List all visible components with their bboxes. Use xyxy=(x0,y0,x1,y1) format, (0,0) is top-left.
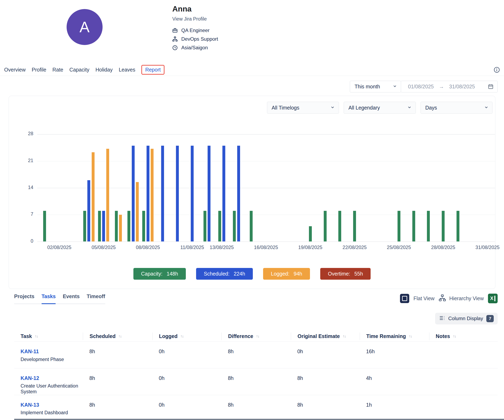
chart-bar-capacity xyxy=(427,211,430,242)
gridline xyxy=(37,161,495,161)
notes-value xyxy=(429,395,498,420)
period-select-value: This month xyxy=(354,84,380,90)
column-header-task[interactable]: Task ↑↓ xyxy=(14,332,83,340)
date-to-input[interactable]: 31/08/2025 xyxy=(449,84,475,90)
chart-bar-capacity xyxy=(456,211,459,242)
nav-item-profile[interactable]: Profile xyxy=(32,67,46,73)
gridline xyxy=(37,134,495,135)
legendary-select[interactable]: All Legendary xyxy=(344,102,416,114)
chart-bar-scheduled xyxy=(176,146,179,242)
legend-label: Logged: xyxy=(271,271,289,277)
chevron-down-icon xyxy=(393,84,397,90)
column-header-time-remaining[interactable]: Time Remaining ↑↓ xyxy=(360,332,429,340)
column-header-logged[interactable]: Logged ↑↓ xyxy=(152,332,221,340)
chevron-down-icon xyxy=(330,105,335,111)
legend-label: Scheduled: xyxy=(204,271,230,277)
chevron-down-icon xyxy=(484,105,489,111)
sort-icon[interactable]: ↑↓ xyxy=(256,334,259,338)
original-estimate-value: 8h xyxy=(291,395,360,420)
column-label: Original Estimate xyxy=(297,333,340,339)
legend-label: Overtime: xyxy=(328,271,350,277)
chart-plot: 0714212802/08/202505/08/202508/08/202511… xyxy=(37,134,495,242)
sort-icon[interactable]: ↑↓ xyxy=(409,334,412,338)
hierarchy-view-button[interactable]: Hierarchy View xyxy=(439,294,484,303)
calendar-icon[interactable] xyxy=(488,84,493,89)
nav-item-overview[interactable]: Overview xyxy=(4,67,25,73)
chart-bar-capacity xyxy=(309,226,312,242)
x-axis-label: 05/08/2025 xyxy=(83,245,124,250)
legend-capacity-button[interactable]: Capacity: 148h xyxy=(133,268,186,280)
logged-value: 0h xyxy=(152,342,221,368)
chart-bar-scheduled xyxy=(132,146,135,242)
scheduled-value: 8h xyxy=(83,342,152,368)
date-from-input[interactable]: 01/08/2025 xyxy=(408,84,434,90)
legend-overtime-button[interactable]: Overtime: 55h xyxy=(320,268,371,280)
column-header-difference[interactable]: Difference ↑↓ xyxy=(221,332,291,340)
x-axis-label: 31/08/2025 xyxy=(467,245,504,250)
view-controls: Flat View Hierarchy View X xyxy=(400,294,498,303)
task-link[interactable]: KAN-11 xyxy=(21,349,39,355)
period-select[interactable]: This month xyxy=(350,81,401,93)
legend-value: 55h xyxy=(354,271,363,277)
column-label: Difference xyxy=(228,333,253,339)
flat-view-icon[interactable] xyxy=(400,294,409,303)
logged-value: 0h xyxy=(152,395,221,420)
view-jira-profile-link[interactable]: View Jira Profile xyxy=(172,16,218,22)
column-header-notes[interactable]: Notes ↑↓ xyxy=(429,332,498,340)
chart-bar-capacity xyxy=(115,211,118,242)
chart-bar-scheduled xyxy=(161,146,164,242)
task-link[interactable]: KAN-13 xyxy=(21,402,39,408)
sort-icon[interactable]: ↑↓ xyxy=(35,334,38,338)
sort-icon[interactable]: ↑↓ xyxy=(180,334,184,338)
column-header-scheduled[interactable]: Scheduled ↑↓ xyxy=(83,332,152,340)
gridline xyxy=(37,242,495,242)
chart-bar-scheduled xyxy=(208,146,210,242)
column-display-icon xyxy=(439,315,445,322)
excel-export-icon[interactable]: X xyxy=(488,294,498,303)
y-axis-label: 14 xyxy=(18,185,33,190)
legend-scheduled-button[interactable]: Scheduled: 224h xyxy=(196,268,253,280)
chart-bar-capacity xyxy=(353,211,356,242)
nav-item-rate[interactable]: Rate xyxy=(52,67,63,73)
department-line: DevOps Support xyxy=(172,36,218,42)
table-row: KAN-13 Implement Dashboard 8h 0h 8h 8h 1… xyxy=(14,395,498,420)
unit-select[interactable]: Days xyxy=(420,102,492,114)
time-remaining-value: 16h xyxy=(360,342,429,368)
tab-events[interactable]: Events xyxy=(63,293,79,299)
profile-nav: Overview Profile Rate Capacity Holiday L… xyxy=(0,64,504,76)
sort-icon[interactable]: ↑↓ xyxy=(453,334,456,338)
sort-icon[interactable]: ↑↓ xyxy=(343,334,346,338)
info-icon[interactable] xyxy=(494,67,500,73)
task-title: Development Phase xyxy=(21,356,79,362)
chart-bar-capacity xyxy=(142,211,145,242)
tab-timeoff[interactable]: Timeoff xyxy=(87,293,105,299)
gridline xyxy=(37,215,495,215)
nav-item-leaves[interactable]: Leaves xyxy=(119,67,135,73)
flat-view-label[interactable]: Flat View xyxy=(413,296,434,302)
legend-logged-button[interactable]: Logged: 94h xyxy=(263,268,310,280)
table-row: KAN-11 Development Phase 8h 0h 8h 0h 16h xyxy=(14,342,498,368)
task-link[interactable]: KAN-12 xyxy=(21,375,39,381)
column-label: Task xyxy=(21,333,32,339)
detail-tabs: Projects Tasks Events Timeoff xyxy=(14,293,105,304)
chart-bar-capacity xyxy=(127,211,130,242)
date-range-picker[interactable]: 01/08/2025 → 31/08/2025 xyxy=(401,81,498,93)
scheduled-value: 8h xyxy=(83,395,152,420)
tab-tasks[interactable]: Tasks xyxy=(42,293,56,299)
chart-bar-scheduled xyxy=(87,180,90,242)
column-header-original-estimate[interactable]: Original Estimate ↑↓ xyxy=(291,332,360,340)
nav-item-report[interactable]: Report xyxy=(145,67,161,72)
chart-bar-scheduled xyxy=(147,146,150,242)
chart-bar-logged xyxy=(136,182,139,242)
legend-label: Capacity: xyxy=(141,271,162,277)
sort-icon[interactable]: ↑↓ xyxy=(118,334,121,338)
nav-item-holiday[interactable]: Holiday xyxy=(95,67,112,73)
legendary-select-value: All Legendary xyxy=(348,105,380,111)
tab-projects[interactable]: Projects xyxy=(14,293,35,299)
chart-bar-scheduled xyxy=(191,146,194,242)
nav-item-capacity[interactable]: Capacity xyxy=(69,67,89,73)
page-title: Anna xyxy=(172,5,218,13)
timelogs-select[interactable]: All Timelogs xyxy=(267,102,339,114)
column-display-button[interactable]: Column Display 7 xyxy=(435,313,498,325)
x-axis-label: 08/08/2025 xyxy=(127,245,169,250)
